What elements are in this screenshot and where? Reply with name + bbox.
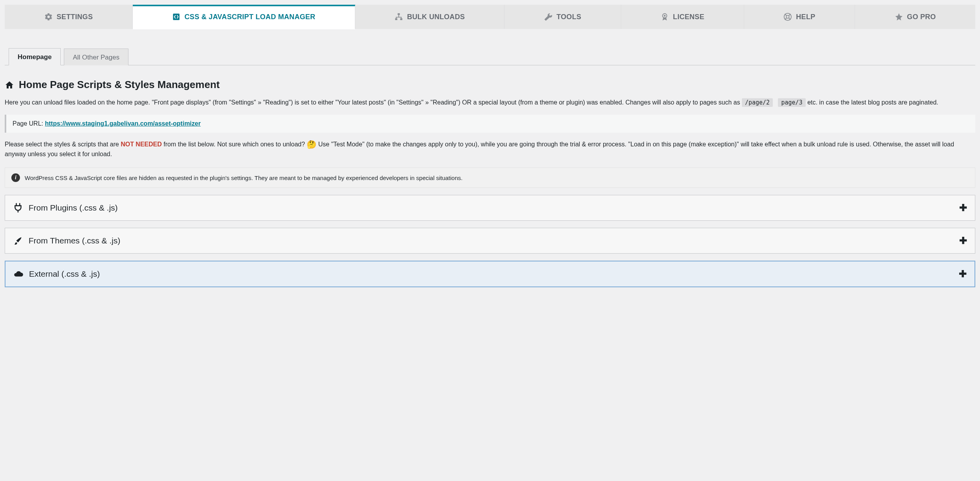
tab-license[interactable]: LICENSE <box>621 5 744 29</box>
tab-label: GO PRO <box>907 13 936 21</box>
page-url-box: Page URL: https://www.staging1.gabelivan… <box>5 115 975 133</box>
tab-label: LICENSE <box>673 13 704 21</box>
tab-settings[interactable]: SETTINGS <box>5 5 133 29</box>
description-1: Here you can unload files loaded on the … <box>5 98 975 108</box>
tab-label: SETTINGS <box>57 13 93 21</box>
sub-tab-label: Homepage <box>18 53 52 61</box>
sub-tab-homepage[interactable]: Homepage <box>9 48 61 65</box>
home-icon <box>5 80 14 90</box>
page-title-text: Home Page Scripts & Styles Management <box>19 79 220 91</box>
code-icon <box>172 13 181 21</box>
sitemap-icon <box>394 13 403 21</box>
page-title: Home Page Scripts & Styles Management <box>5 79 975 91</box>
sub-tab-all-other-pages[interactable]: All Other Pages <box>64 49 128 65</box>
brush-icon <box>13 236 23 246</box>
wrench-icon <box>544 13 553 21</box>
expand-icon: ✚ <box>959 268 967 279</box>
accordion-external[interactable]: External (.css & .js) ✚ <box>5 261 975 287</box>
sub-tab-label: All Other Pages <box>73 54 119 61</box>
svg-rect-3 <box>400 18 402 20</box>
not-needed-emphasis: NOT NEEDED <box>121 141 162 148</box>
sub-tabs: Homepage All Other Pages <box>5 48 975 65</box>
svg-rect-1 <box>398 13 400 15</box>
description-2-part-b: from the list below. Not sure which ones… <box>164 141 307 148</box>
svg-point-7 <box>787 15 789 18</box>
tab-go-pro[interactable]: GO PRO <box>855 5 975 29</box>
page-url-link[interactable]: https://www.staging1.gabelivan.com/asset… <box>45 120 201 127</box>
description-2-part-a: Please select the styles & scripts that … <box>5 141 121 148</box>
page-url-label: Page URL: <box>13 120 45 127</box>
svg-rect-2 <box>395 18 398 20</box>
info-icon: i <box>11 173 20 182</box>
expand-icon: ✚ <box>959 202 967 213</box>
cloud-icon <box>13 269 24 279</box>
accordion-label: From Plugins (.css & .js) <box>29 203 118 213</box>
tab-label: CSS & JAVASCRIPT LOAD MANAGER <box>184 13 315 21</box>
gear-icon <box>44 13 53 21</box>
description-2: Please select the styles & scripts that … <box>5 140 975 159</box>
primary-tabs: SETTINGS CSS & JAVASCRIPT LOAD MANAGER B… <box>5 5 975 29</box>
description-1-part-b: etc. in case the latest blog posts are p… <box>807 99 938 106</box>
code-sample-page2: /page/2 <box>742 98 773 107</box>
code-sample-page3: page/3 <box>778 98 805 107</box>
description-1-part-a: Here you can unload files loaded on the … <box>5 99 742 106</box>
svg-point-5 <box>664 15 666 17</box>
lifesaver-icon <box>783 13 792 21</box>
tab-label: HELP <box>796 13 815 21</box>
accordion-label: From Themes (.css & .js) <box>29 236 120 245</box>
tab-label: TOOLS <box>557 13 581 21</box>
tab-tools[interactable]: TOOLS <box>504 5 621 29</box>
tab-help[interactable]: HELP <box>744 5 855 29</box>
tab-bulk-unloads[interactable]: BULK UNLOADS <box>355 5 505 29</box>
info-bar: i WordPress CSS & JavaScript core files … <box>5 168 975 188</box>
accordion-from-themes[interactable]: From Themes (.css & .js) ✚ <box>5 228 975 254</box>
info-text: WordPress CSS & JavaScript core files ar… <box>25 175 463 181</box>
thinking-emoji: 🤔 <box>307 140 316 149</box>
tab-label: BULK UNLOADS <box>407 13 465 21</box>
badge-icon <box>660 13 669 21</box>
plug-icon <box>13 203 23 213</box>
accordion-from-plugins[interactable]: From Plugins (.css & .js) ✚ <box>5 195 975 221</box>
accordion-label: External (.css & .js) <box>29 269 100 279</box>
expand-icon: ✚ <box>959 235 967 246</box>
star-icon <box>895 13 903 21</box>
tab-css-js-load-manager[interactable]: CSS & JAVASCRIPT LOAD MANAGER <box>133 5 355 29</box>
